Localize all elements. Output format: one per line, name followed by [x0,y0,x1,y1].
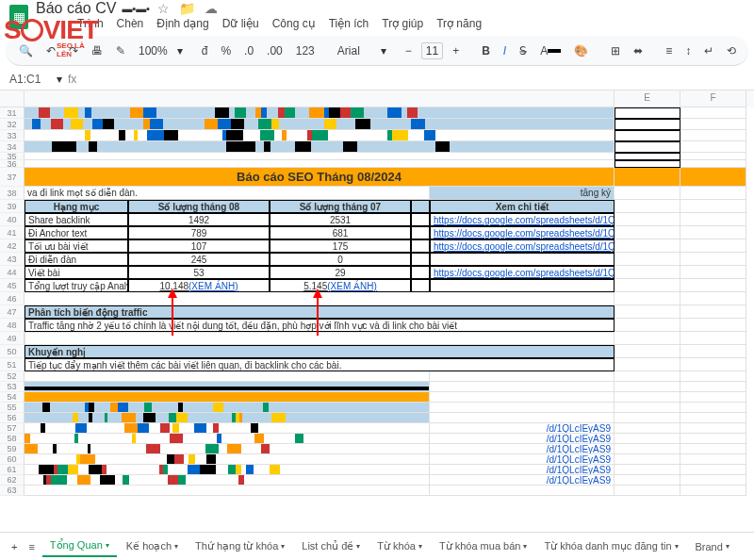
sheet-tab[interactable]: Từ khóa mua bán ▾ [432,535,535,557]
zoom-select[interactable]: 100% [135,42,172,59]
menu-item[interactable]: Trợ năng [436,17,482,30]
toolbar: 🔍 ↶ ↷ 🖶 ✎ 100%▾ đ % .0 .00 123 Arial▾ − … [6,36,748,66]
section-header: Khuyến nghị [25,345,615,358]
metric-aug: 107 [128,239,270,253]
detail-link[interactable]: /d/1QLcIEyAS9 [547,475,611,486]
metric-name: Tối ưu bài viết [25,239,128,253]
formula-bar: A1:C1▾ fx [0,68,754,91]
strike-icon[interactable]: S̶ [516,42,531,59]
search-icon[interactable]: 🔍 [15,42,37,59]
section-text [25,332,615,345]
metric-aug: 789 [128,226,270,239]
rotate-icon[interactable]: ⟲ [723,42,740,59]
sheet-tab[interactable]: Tổng Quan ▾ [42,535,117,557]
sheet-tab[interactable]: Từ khóa danh mục đăng tin ▾ [536,535,685,557]
cloud-icon[interactable]: ☁ [205,1,218,16]
metric-aug: 1492 [128,213,270,226]
cell-reference[interactable]: A1:C1 [9,73,57,86]
header-bar: ▦ Báo cáo CV ▬▪▬▪ ☆ 📁 ☁ TrìnhChènĐịnh dạ… [0,0,754,34]
metric-jul: 175 [270,239,411,253]
all-sheets-icon[interactable]: ≡ [25,539,38,554]
metric-name: Viết bài [25,266,128,279]
sheets-icon[interactable]: ▦ [9,5,28,29]
detail-link[interactable]: /d/1QLcIEyAS9 [547,423,611,434]
add-sheet-icon[interactable]: + [8,539,21,554]
move-icon[interactable]: 📁 [179,1,195,16]
spreadsheet-grid[interactable]: EF31323334353637Báo cáo SEO Tháng 08/202… [0,91,754,528]
metric-name: Đi Anchor text [25,226,128,239]
sheet-tab[interactable]: Từ khóa ▾ [369,535,430,557]
menu-item[interactable]: Dữ liệu [222,17,259,30]
metric-name: Share backlink [25,213,128,226]
redo-icon[interactable]: ↷ [65,42,82,59]
format-icon[interactable]: 123 [292,42,319,59]
sheet-tab[interactable]: List chủ đề ▾ [294,535,368,557]
detail-link[interactable]: https://docs.google.com/spreadsheets/d/1… [434,228,615,239]
halign-icon[interactable]: ≡ [662,42,676,59]
menu-item[interactable]: Chèn [117,17,144,30]
menu-item[interactable]: Tiện ích [329,17,369,30]
merge-icon[interactable]: ⬌ [630,42,647,59]
sheet-tab[interactable]: Brand ▾ [688,535,737,557]
doc-title[interactable]: Báo cáo CV [36,0,116,17]
fx-icon: fx [68,73,76,86]
detail-link[interactable]: https://docs.google.com/spreadsheets/d/1… [434,241,615,252]
dec-decimal-icon[interactable]: .0 [240,42,257,59]
dec-size-icon[interactable]: − [402,42,416,59]
detail-link[interactable]: https://docs.google.com/spreadsheets/d/1… [434,268,615,278]
inc-decimal-icon[interactable]: .00 [263,42,287,59]
sheet-tab[interactable]: Kế hoạch ▾ [119,535,186,557]
metric-jul: 2531 [270,213,411,226]
metric-jul: 681 [270,226,411,239]
bold-icon[interactable]: B [478,42,494,59]
detail-link[interactable]: https://docs.google.com/spreadsheets/d/1… [434,215,615,225]
percent-icon[interactable]: % [217,42,235,59]
menu-bar: TrìnhChènĐịnh dạngDữ liệuCông cụTiện ích… [36,17,523,34]
section-header: Phân tích biến động traffic [25,305,615,319]
font-select[interactable]: Arial [334,42,375,59]
metric-jul: 29 [270,266,411,279]
menu-item[interactable]: Công cụ [272,17,316,30]
valign-icon[interactable]: ↕ [681,42,695,59]
detail-link[interactable]: /d/1QLcIEyAS9 [547,434,611,444]
sheet-tab[interactable]: Thứ hạng từ khóa ▾ [188,535,292,557]
metric-aug: 53 [128,266,270,279]
report-title: Báo cáo SEO Tháng 08/2024 [25,168,615,187]
detail-link[interactable]: /d/1QLcIEyAS9 [547,454,611,465]
menu-item[interactable]: Trình [77,17,104,30]
paint-icon[interactable]: ✎ [112,42,129,59]
detail-link[interactable]: /d/1QLcIEyAS9 [547,444,611,454]
font-size-input[interactable]: 11 [421,42,443,59]
view-image-link[interactable]: (XEM ẢNH) [327,281,377,291]
metric-jul: 0 [270,253,411,266]
detail-link[interactable]: /d/1QLcIEyAS9 [547,465,611,475]
print-icon[interactable]: 🖶 [88,42,107,59]
section-text: Tiếp tục đẩy mạnh viết thêm các bài viết… [25,358,615,371]
metric-aug: 245 [128,253,270,266]
view-image-link[interactable]: (XEM ẢNH) [188,281,238,291]
menu-item[interactable]: Trợ giúp [382,17,423,30]
inc-size-icon[interactable]: + [449,42,463,59]
menu-item[interactable]: Định dạng [156,17,208,30]
section-text: Traffic tăng nhờ 2 yếu tố chính là viết … [25,319,615,332]
italic-icon[interactable]: I [500,42,510,59]
star-icon[interactable]: ☆ [157,1,170,16]
wrap-icon[interactable]: ↵ [700,42,717,59]
text-color-icon[interactable]: A [536,42,565,59]
undo-icon[interactable]: ↶ [42,42,59,59]
currency-icon[interactable]: đ [198,42,212,59]
borders-icon[interactable]: ⊞ [607,42,624,59]
metric-name: Đi diễn đàn [25,253,128,266]
sheet-tabs: + ≡ Tổng Quan ▾Kế hoạch ▾Thứ hạng từ khó… [0,532,754,560]
fill-color-icon[interactable]: 🎨 [570,42,592,59]
